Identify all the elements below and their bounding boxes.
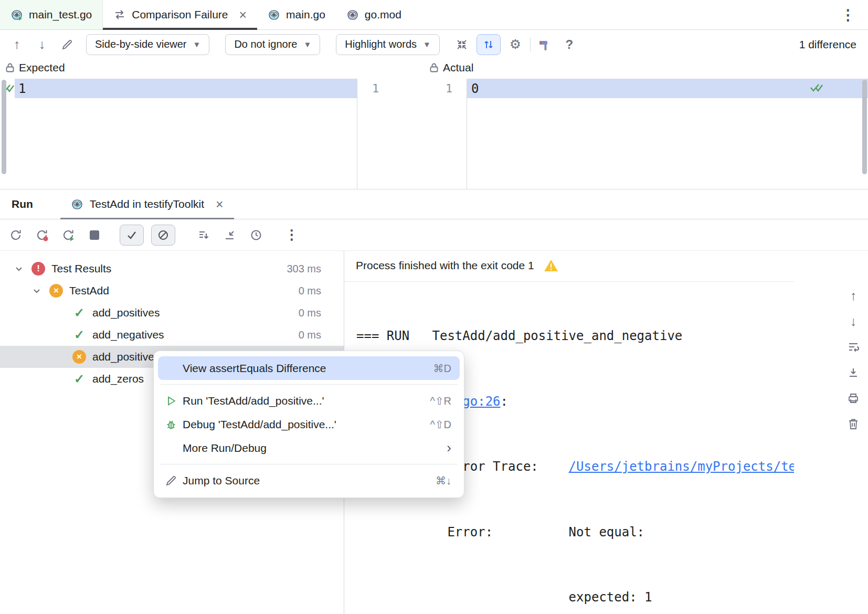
soft-wrap-icon[interactable] xyxy=(844,337,863,357)
menu-shortcut: ^⇧R xyxy=(430,395,451,407)
context-menu: View assertEquals Difference ⌘D Run 'Tes… xyxy=(153,351,464,498)
lock-icon xyxy=(429,62,439,73)
pane-title-label: Expected xyxy=(19,61,65,74)
expand-all-icon[interactable] xyxy=(194,226,213,245)
collapse-all-icon[interactable] xyxy=(220,226,239,245)
menu-item-view-assertequals-difference[interactable]: View assertEquals Difference ⌘D xyxy=(158,356,460,380)
left-line-number: 1 xyxy=(372,82,379,95)
run-tab-testadd[interactable]: TestAdd in testifyToolkit × xyxy=(60,189,234,219)
menu-item-debug-test[interactable]: Debug 'TestAdd/add_positive...' ^⇧D xyxy=(158,412,460,436)
failed-status-icon: × xyxy=(49,284,63,298)
tab-comparison-failure[interactable]: Comparison Failure × xyxy=(103,0,257,29)
scroll-up-icon[interactable]: ↑ xyxy=(844,285,863,305)
diff-viewer: 1 1 1 0 xyxy=(0,79,868,189)
menu-item-label: View assertEquals Difference xyxy=(183,362,326,375)
expected-changed-line[interactable]: 1 xyxy=(15,79,357,98)
tab-label: go.mod xyxy=(365,8,401,21)
menu-shortcut: ⌘D xyxy=(433,362,451,375)
menu-shortcut: ^⇧D xyxy=(430,418,451,431)
print-icon[interactable] xyxy=(844,388,863,408)
process-status-text: Process finished with the exit code 1 xyxy=(356,259,534,272)
settings-gear-icon[interactable]: ⚙ xyxy=(506,35,525,54)
run-play-icon xyxy=(163,395,178,407)
tree-item-duration: 0 ms xyxy=(299,285,321,297)
run-panel-title: Run xyxy=(12,198,33,210)
failed-status-icon: × xyxy=(72,350,86,364)
tab-main-test-go[interactable]: main_test.go xyxy=(0,0,103,29)
menu-item-run-test[interactable]: Run 'TestAdd/add_positive...' ^⇧R xyxy=(158,389,460,412)
highlight-mode-dropdown[interactable]: Highlight words ▼ xyxy=(336,34,440,55)
show-passed-toggle[interactable] xyxy=(120,225,144,246)
external-tools-icon[interactable] xyxy=(536,35,555,54)
rerun-failed-tests-icon[interactable] xyxy=(33,226,51,245)
pane-title-label: Actual xyxy=(443,61,473,74)
menu-item-label: More Run/Debug xyxy=(183,442,267,454)
edit-source-icon[interactable] xyxy=(58,35,77,54)
lock-icon xyxy=(5,62,15,73)
actual-line-text: 0 xyxy=(471,81,479,96)
rerun-automatically-icon[interactable] xyxy=(59,226,78,245)
matched-check-icon xyxy=(810,83,823,92)
actual-pane[interactable]: 0 xyxy=(467,79,868,189)
rerun-icon[interactable] xyxy=(6,226,25,245)
tab-label: main.go xyxy=(286,8,325,21)
diff-icon xyxy=(113,8,126,21)
expected-pane-title: Expected xyxy=(5,61,65,74)
tab-main-go[interactable]: main.go xyxy=(257,0,336,29)
test-history-clock-icon[interactable] xyxy=(247,226,266,245)
menu-item-label: Debug 'TestAdd/add_positive...' xyxy=(183,418,336,431)
tree-item-duration: 0 ms xyxy=(299,307,321,319)
pencil-icon xyxy=(163,475,178,486)
passed-check-icon: ✓ xyxy=(72,305,86,320)
next-difference-icon[interactable]: ↓ xyxy=(33,35,51,54)
tree-row-add-positives[interactable]: ✓ add_positives 0 ms xyxy=(0,302,344,324)
tab-go-mod[interactable]: go.mod xyxy=(336,0,412,29)
clear-console-trash-icon[interactable] xyxy=(844,414,863,434)
menu-item-jump-to-source[interactable]: Jump to Source ⌘↓ xyxy=(158,469,460,492)
menu-item-label: Run 'TestAdd/add_positive...' xyxy=(183,395,324,407)
tree-item-label: add_positives xyxy=(92,306,160,319)
tree-item-label: add_negatives xyxy=(92,329,164,341)
go-mod-icon xyxy=(346,8,359,21)
run-tab-label: TestAdd in testifyToolkit xyxy=(90,198,204,210)
console-line: Error: Not equal: xyxy=(356,522,794,544)
tree-item-duration: 0 ms xyxy=(299,329,321,341)
menu-separator xyxy=(160,384,458,385)
synchronize-scrolling-icon[interactable] xyxy=(477,34,501,55)
editor-more-options-icon[interactable]: ⋮ xyxy=(828,6,868,24)
ignore-policy-dropdown[interactable]: Do not ignore ▼ xyxy=(225,34,320,55)
close-icon[interactable]: × xyxy=(239,8,247,22)
scroll-down-icon[interactable]: ↓ xyxy=(844,311,863,331)
expected-pane[interactable]: 1 xyxy=(0,79,357,189)
submenu-chevron-icon: › xyxy=(447,440,451,456)
viewer-mode-dropdown[interactable]: Side-by-side viewer ▼ xyxy=(86,34,209,55)
previous-difference-icon[interactable]: ↑ xyxy=(7,35,26,54)
passed-check-icon: ✓ xyxy=(72,327,86,342)
show-ignored-toggle[interactable] xyxy=(151,225,175,246)
error-status-icon: ! xyxy=(31,262,45,276)
chevron-down-icon[interactable] xyxy=(31,285,43,296)
tab-label: Comparison Failure xyxy=(132,8,228,21)
close-icon[interactable]: × xyxy=(216,198,224,211)
help-icon[interactable]: ? xyxy=(560,35,579,54)
tree-row-test-results[interactable]: ! Test Results 303 ms xyxy=(0,258,344,280)
run-more-options-icon[interactable]: ⋮ xyxy=(282,226,301,245)
error-trace-link[interactable]: /Users/jetbrains/myProjects/testifyToolk… xyxy=(569,459,794,474)
right-scrollbar[interactable] xyxy=(862,80,867,174)
run-tool-window-header: Run TestAdd in testifyToolkit × xyxy=(0,189,868,219)
diff-toolbar: ↑ ↓ Side-by-side viewer ▼ Do not ignore … xyxy=(0,30,868,59)
left-scrollbar[interactable] xyxy=(2,80,6,174)
scroll-to-end-icon[interactable] xyxy=(844,363,863,383)
tree-item-label: add_zeros xyxy=(92,373,144,385)
tree-row-testadd[interactable]: × TestAdd 0 ms xyxy=(0,280,344,302)
chevron-down-icon[interactable] xyxy=(14,263,25,274)
collapse-unchanged-icon[interactable] xyxy=(452,35,471,54)
go-file-icon xyxy=(268,8,280,21)
menu-item-label: Jump to Source xyxy=(183,474,260,487)
menu-item-more-run-debug[interactable]: More Run/Debug › xyxy=(158,436,460,460)
stop-icon[interactable] xyxy=(85,226,104,245)
tree-row-add-negatives[interactable]: ✓ add_negatives 0 ms xyxy=(0,324,344,346)
console-line: expected: 1 xyxy=(356,587,794,609)
diff-gutter: 1 1 xyxy=(357,79,467,189)
actual-changed-line[interactable]: 0 xyxy=(467,79,868,98)
